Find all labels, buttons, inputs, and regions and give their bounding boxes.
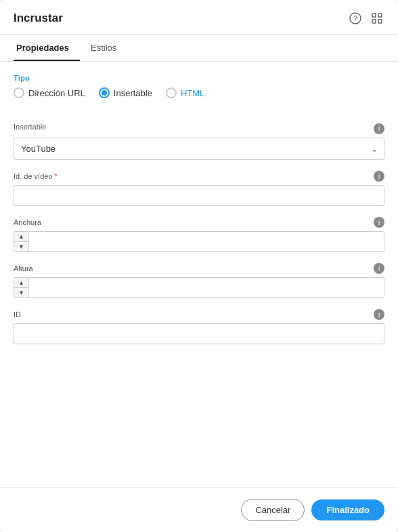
anchura-spinner: ▲ ▼ [14, 231, 28, 252]
insertable-label-row: Insertable i [14, 123, 384, 134]
dialog-content: Tipo Dirección URL Insertable HTML [0, 62, 398, 487]
insertable-select-wrapper: YouTube Vimeo Dailymotion ⌄ [14, 138, 384, 160]
altura-input[interactable] [28, 277, 384, 298]
embed-dialog: Incrustar ? Propiedades Estilos [0, 0, 398, 532]
video-id-label: Id. de vídeo * [14, 172, 58, 180]
anchura-info-icon[interactable]: i [374, 217, 384, 228]
insertable-select[interactable]: YouTube Vimeo Dailymotion [14, 138, 384, 160]
id-label: ID [14, 310, 21, 319]
tab-propiedades[interactable]: Propiedades [14, 35, 80, 61]
help-icon[interactable]: ? [348, 11, 363, 26]
radio-inner-insertable [102, 90, 107, 96]
altura-section: Altura i ▲ ▼ [14, 263, 384, 298]
insertable-field-section: Insertable i YouTube Vimeo Dailymotion ⌄ [14, 123, 384, 160]
radio-outer-html [166, 87, 177, 98]
video-id-section: Id. de vídeo * i [14, 171, 384, 206]
radio-outer-insertable [99, 87, 110, 98]
anchura-label: Anchura [14, 218, 41, 226]
altura-down-btn[interactable]: ▼ [14, 287, 28, 298]
anchura-input[interactable] [28, 231, 384, 252]
insertable-info-icon[interactable]: i [374, 123, 384, 134]
video-id-info-icon[interactable]: i [374, 171, 384, 182]
id-input[interactable] [14, 323, 384, 344]
radio-label-url: Dirección URL [28, 88, 85, 98]
id-info-icon[interactable]: i [374, 309, 384, 320]
radio-label-html: HTML [181, 88, 204, 98]
required-asterisk: * [53, 172, 58, 180]
svg-rect-3 [378, 14, 382, 17]
id-label-row: ID i [14, 309, 384, 320]
dialog-footer: Cancelar Finalizado [0, 487, 398, 532]
altura-up-btn[interactable]: ▲ [14, 278, 28, 287]
video-id-label-row: Id. de vídeo * i [14, 171, 384, 182]
submit-button[interactable]: Finalizado [311, 499, 384, 520]
radio-group-tipo: Dirección URL Insertable HTML [14, 87, 384, 98]
anchura-up-btn[interactable]: ▲ [14, 232, 28, 241]
altura-info-icon[interactable]: i [374, 263, 384, 274]
fullscreen-icon[interactable] [370, 11, 384, 26]
radio-option-insertable[interactable]: Insertable [99, 87, 152, 98]
svg-rect-5 [378, 20, 382, 23]
insertable-field-label: Insertable [14, 123, 46, 131]
anchura-input-group: ▲ ▼ [14, 231, 384, 252]
tipo-label: Tipo [14, 74, 384, 82]
dialog-title: Incrustar [14, 12, 63, 25]
altura-label: Altura [14, 264, 33, 272]
radio-outer-url [14, 87, 24, 98]
tab-estilos[interactable]: Estilos [88, 35, 127, 61]
video-id-input[interactable] [14, 185, 384, 206]
tabs-bar: Propiedades Estilos [0, 35, 398, 62]
anchura-section: Anchura i ▲ ▼ [14, 217, 384, 252]
anchura-down-btn[interactable]: ▼ [14, 241, 28, 251]
radio-label-insertable: Insertable [114, 88, 152, 98]
header-icons: ? [348, 11, 384, 26]
svg-rect-4 [372, 20, 376, 23]
cancel-button[interactable]: Cancelar [241, 499, 305, 521]
svg-text:?: ? [353, 14, 357, 22]
tipo-section: Tipo Dirección URL Insertable HTML [14, 74, 384, 112]
radio-option-html[interactable]: HTML [166, 87, 204, 98]
altura-input-group: ▲ ▼ [14, 277, 384, 298]
id-section: ID i [14, 309, 384, 344]
altura-spinner: ▲ ▼ [14, 277, 28, 298]
altura-label-row: Altura i [14, 263, 384, 274]
dialog-header: Incrustar ? [0, 0, 398, 35]
svg-rect-2 [372, 14, 376, 17]
radio-option-url[interactable]: Dirección URL [14, 87, 85, 98]
anchura-label-row: Anchura i [14, 217, 384, 228]
